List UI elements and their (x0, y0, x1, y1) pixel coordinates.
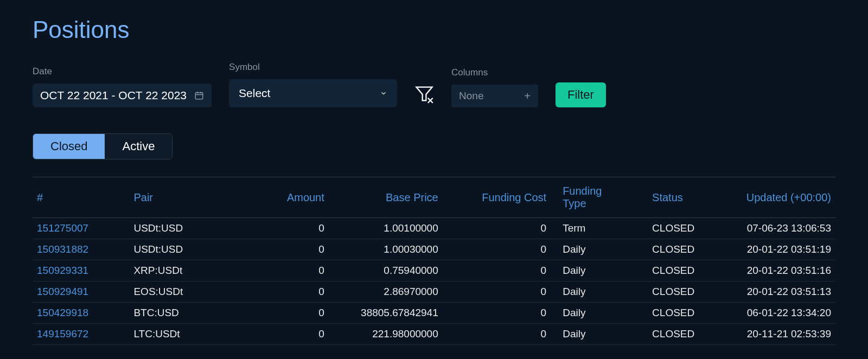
cell-updated: 06-01-22 13:34:20 (705, 303, 835, 324)
cell-base-price: 2.86970000 (329, 281, 443, 303)
columns-field-group: Columns None + (451, 67, 538, 107)
cell-pair: XRP:USDt (129, 260, 254, 281)
table-row: 150931882USDt:USD01.000300000DailyCLOSED… (33, 239, 835, 260)
cell-id[interactable]: 151275007 (33, 218, 129, 239)
cell-pair: USDt:USD (129, 239, 254, 260)
page-title: Positions (33, 16, 835, 43)
cell-status: CLOSED (630, 260, 704, 281)
add-column-icon[interactable]: + (524, 91, 531, 101)
cell-amount: 0 (254, 239, 328, 260)
cell-status: CLOSED (630, 281, 704, 303)
table-header-row: # Pair Amount Base Price Funding Cost Fu… (33, 177, 835, 218)
th-funding-cost[interactable]: Funding Cost (443, 177, 551, 218)
cell-base-price: 1.00030000 (329, 239, 443, 260)
cell-funding-type: Daily (551, 281, 630, 303)
cell-status: CLOSED (630, 218, 704, 239)
filter-button[interactable]: Filter (556, 82, 606, 107)
cell-base-price: 0.75940000 (329, 260, 443, 281)
cell-base-price: 221.98000000 (329, 324, 443, 345)
cell-amount: 0 (254, 303, 328, 324)
cell-funding-cost: 0 (443, 281, 551, 303)
cell-status: CLOSED (630, 303, 704, 324)
filter-funnel-wrap (414, 85, 434, 107)
cell-funding-type: Daily (551, 260, 630, 281)
cell-amount: 0 (254, 218, 328, 239)
svg-marker-4 (416, 87, 432, 101)
th-pair[interactable]: Pair (129, 177, 254, 218)
filters-bar: Date OCT 22 2021 - OCT 22 2023 Symbol Se… (33, 62, 835, 107)
th-status[interactable]: Status (630, 177, 704, 218)
chevron-down-icon (380, 89, 387, 97)
cell-updated: 20-01-22 03:51:16 (705, 260, 835, 281)
cell-funding-cost: 0 (443, 303, 551, 324)
cell-amount: 0 (254, 324, 328, 345)
table-row: 150429918BTC:USD038805.678429410DailyCLO… (33, 303, 835, 324)
table-row: 150929491EOS:USDt02.869700000DailyCLOSED… (33, 281, 835, 303)
calendar-icon (194, 91, 204, 100)
cell-funding-cost: 0 (443, 239, 551, 260)
cell-amount: 0 (254, 281, 328, 303)
cell-funding-type: Term (551, 218, 630, 239)
cell-base-price: 1.00100000 (329, 218, 443, 239)
cell-id[interactable]: 150929331 (33, 260, 129, 281)
symbol-label: Symbol (229, 62, 397, 73)
date-range-input[interactable]: OCT 22 2021 - OCT 22 2023 (33, 84, 212, 107)
cell-amount: 0 (254, 260, 328, 281)
th-amount[interactable]: Amount (254, 177, 328, 218)
table-row: 150929331XRP:USDt00.759400000DailyCLOSED… (33, 260, 835, 281)
tab-closed[interactable]: Closed (33, 134, 105, 159)
cell-updated: 07-06-23 13:06:53 (705, 218, 835, 239)
cell-pair: EOS:USDt (129, 281, 254, 303)
cell-funding-type: Daily (551, 324, 630, 345)
tab-active[interactable]: Active (105, 134, 172, 159)
cell-funding-cost: 0 (443, 218, 551, 239)
cell-updated: 20-11-21 02:53:39 (705, 324, 835, 345)
cell-updated: 20-01-22 03:51:19 (705, 239, 835, 260)
th-id[interactable]: # (33, 177, 129, 218)
symbol-placeholder: Select (239, 87, 270, 100)
cell-pair: USDt:USD (129, 218, 254, 239)
cell-funding-cost: 0 (443, 260, 551, 281)
cell-id[interactable]: 150429918 (33, 303, 129, 324)
cell-pair: BTC:USD (129, 303, 254, 324)
tabs: Closed Active (33, 133, 173, 159)
funnel-remove-icon[interactable] (414, 85, 434, 104)
date-field-group: Date OCT 22 2021 - OCT 22 2023 (33, 66, 212, 107)
columns-input[interactable]: None + (451, 85, 538, 107)
th-updated[interactable]: Updated (+00:00) (705, 177, 835, 218)
cell-base-price: 38805.67842941 (329, 303, 443, 324)
date-label: Date (33, 66, 212, 77)
table-row: 151275007USDt:USD01.001000000TermCLOSED0… (33, 218, 835, 239)
symbol-field-group: Symbol Select (229, 62, 397, 107)
cell-updated: 20-01-22 03:51:13 (705, 281, 835, 303)
cell-pair: LTC:USDt (129, 324, 254, 345)
cell-id[interactable]: 150931882 (33, 239, 129, 260)
cell-funding-cost: 0 (443, 324, 551, 345)
table-row: 149159672LTC:USDt0221.980000000DailyCLOS… (33, 324, 835, 345)
th-funding-type[interactable]: Funding Type (551, 177, 630, 218)
columns-label: Columns (451, 67, 538, 78)
date-range-value: OCT 22 2021 - OCT 22 2023 (40, 89, 187, 102)
symbol-select[interactable]: Select (229, 79, 397, 107)
cell-id[interactable]: 150929491 (33, 281, 129, 303)
positions-table: # Pair Amount Base Price Funding Cost Fu… (33, 177, 835, 345)
cell-status: CLOSED (630, 324, 704, 345)
cell-status: CLOSED (630, 239, 704, 260)
columns-placeholder: None (459, 90, 483, 102)
cell-funding-type: Daily (551, 239, 630, 260)
cell-id[interactable]: 149159672 (33, 324, 129, 345)
filter-button-group: Filter (556, 82, 606, 107)
svg-rect-0 (195, 93, 203, 99)
cell-funding-type: Daily (551, 303, 630, 324)
th-base-price[interactable]: Base Price (329, 177, 443, 218)
